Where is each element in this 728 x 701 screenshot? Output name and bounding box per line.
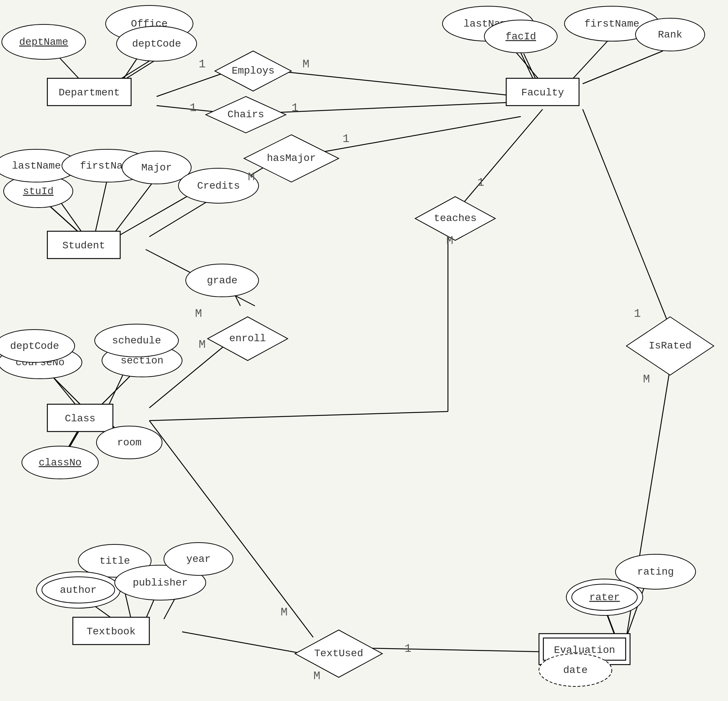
svg-line-41 (368, 648, 546, 652)
relation-employs-label: Employs (232, 65, 274, 77)
attr-stuid-label: stuId (23, 186, 53, 197)
svg-line-40 (182, 632, 313, 655)
attr-student-lastname-label: lastName (12, 160, 61, 172)
attr-deptcode-dept-label: deptCode (132, 38, 181, 49)
attr-rating-label: rating (637, 566, 674, 578)
card-employs-1: 1 (198, 58, 205, 71)
attr-author-label: author (60, 584, 97, 596)
attr-rater-label: rater (589, 592, 620, 603)
attr-date-label: date (563, 665, 588, 676)
er-diagram: Department Faculty Student Class Textboo… (0, 0, 728, 701)
svg-line-17 (113, 182, 153, 235)
attr-major-label: Major (141, 162, 172, 173)
attr-schedule-label: schedule (112, 335, 161, 346)
card-hasmajor-m: M (248, 171, 254, 184)
svg-line-9 (568, 36, 612, 84)
relation-teaches-label: teaches (434, 212, 477, 224)
entity-student-label: Student (62, 240, 105, 251)
relation-chairs-label: Chairs (228, 109, 264, 120)
card-israted-1: 1 (634, 307, 641, 321)
svg-line-12 (583, 51, 663, 84)
relation-hasmajor-label: hasMajor (267, 153, 316, 164)
card-textused-1-eval: 1 (404, 642, 411, 655)
card-chairs-1-dept: 1 (189, 101, 196, 115)
svg-line-25 (462, 109, 543, 204)
card-textused-m-class: M (280, 606, 287, 619)
entity-faculty-label: Faculty (521, 87, 564, 98)
attr-classno-label: classNo (39, 457, 82, 468)
card-teaches-m: M (446, 234, 453, 248)
attr-deptname-label: deptName (19, 36, 68, 48)
card-textused-m-text: M (313, 669, 320, 683)
card-employs-m: M (302, 58, 309, 71)
card-enroll-m-class: M (198, 338, 205, 351)
entity-department-label: Department (59, 87, 120, 98)
attr-title-label: title (100, 555, 130, 567)
attr-room-label: room (117, 437, 141, 448)
card-teaches-1: 1 (477, 176, 484, 189)
svg-line-27 (149, 412, 448, 421)
svg-line-35 (149, 421, 313, 637)
entity-textbook-label: Textbook (87, 626, 136, 637)
relation-textused-label: TextUsed (314, 648, 363, 659)
svg-line-5 (277, 71, 521, 97)
attr-year-label: year (186, 554, 211, 565)
svg-line-42 (583, 109, 670, 328)
svg-line-16 (95, 178, 107, 235)
relation-israted-label: IsRated (649, 340, 692, 351)
attr-rank-label: Rank (658, 29, 682, 40)
attr-class-deptcode-label: deptCode (10, 341, 59, 352)
relation-enroll-label: enroll (230, 333, 266, 344)
card-israted-m: M (643, 373, 650, 386)
attr-facid-label: facId (506, 31, 536, 42)
attr-publisher-label: publisher (133, 577, 188, 588)
svg-line-4 (157, 71, 230, 97)
card-hasmajor-1: 1 (342, 132, 349, 146)
attr-grade-label: grade (207, 275, 237, 286)
card-chairs-1-fac: 1 (291, 101, 298, 115)
svg-line-18 (120, 193, 193, 235)
card-enroll-m-student: M (195, 307, 202, 321)
attr-credits-label: Credits (197, 180, 240, 192)
entity-class-label: Class (65, 413, 95, 424)
attr-faculty-firstname-label: firstName (584, 18, 639, 29)
svg-line-7 (266, 102, 521, 113)
